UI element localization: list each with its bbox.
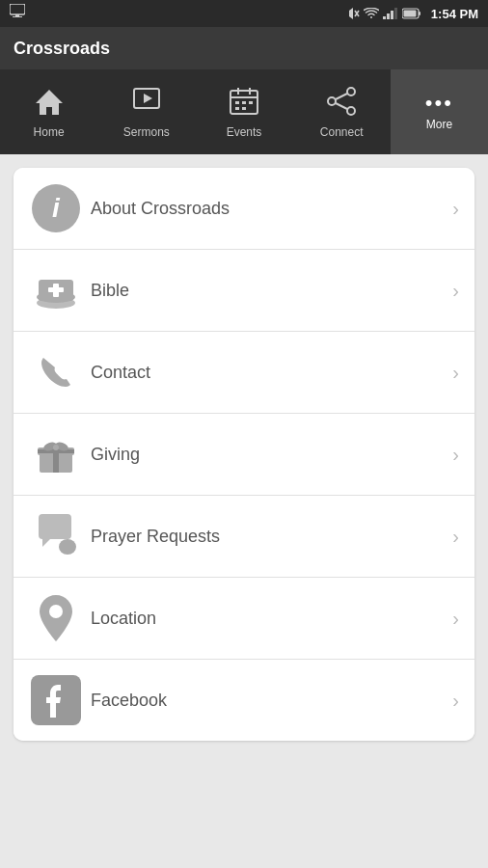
tab-home-label: Home: [34, 125, 65, 139]
bible-icon-wrap: [29, 263, 83, 317]
menu-item-prayer[interactable]: Prayer Requests ›: [14, 496, 474, 578]
gift-icon: [32, 430, 80, 478]
connect-icon: [326, 86, 357, 122]
menu-item-about[interactable]: i About Crossroads ›: [14, 168, 474, 250]
giving-chevron: ›: [452, 444, 459, 466]
menu-item-location[interactable]: Location ›: [14, 578, 474, 660]
svg-rect-9: [394, 8, 397, 19]
svg-line-28: [336, 94, 347, 99]
svg-rect-12: [419, 12, 420, 15]
svg-rect-2: [13, 16, 22, 17]
prayer-icon: [31, 512, 81, 560]
svg-rect-1: [15, 14, 19, 16]
menu-item-contact[interactable]: Contact ›: [14, 332, 474, 414]
tab-sermons-label: Sermons: [123, 125, 170, 139]
tab-events-label: Events: [227, 125, 262, 139]
menu-card: i About Crossroads › Bible ›: [14, 168, 474, 741]
svg-rect-20: [235, 101, 239, 104]
status-time: 1:54 PM: [431, 7, 478, 21]
location-chevron: ›: [452, 608, 459, 630]
svg-point-26: [347, 88, 355, 95]
about-icon-wrap: i: [29, 181, 83, 235]
facebook-icon: [41, 683, 70, 718]
svg-point-25: [328, 97, 336, 105]
menu-item-bible[interactable]: Bible ›: [14, 250, 474, 332]
svg-point-41: [53, 445, 59, 450]
svg-rect-23: [235, 107, 239, 110]
about-chevron: ›: [452, 198, 459, 220]
sermons-icon: [131, 86, 162, 122]
tab-events[interactable]: Events: [195, 69, 292, 154]
svg-rect-8: [391, 11, 393, 19]
svg-rect-0: [10, 4, 25, 14]
svg-rect-11: [403, 11, 416, 17]
info-icon: i: [32, 184, 80, 232]
facebook-icon-wrap: [29, 673, 83, 727]
tab-connect[interactable]: Connect: [293, 69, 391, 154]
svg-rect-24: [242, 107, 246, 110]
main-content: i About Crossroads › Bible ›: [0, 154, 488, 868]
svg-rect-21: [242, 101, 246, 104]
location-label: Location: [91, 609, 452, 629]
svg-point-27: [347, 107, 355, 115]
svg-line-29: [336, 103, 347, 109]
contact-label: Contact: [91, 363, 452, 383]
tab-more-label: More: [426, 118, 452, 131]
bible-label: Bible: [91, 281, 452, 301]
svg-rect-22: [249, 101, 253, 104]
location-icon: [34, 593, 78, 643]
tab-more[interactable]: ••• More: [391, 69, 488, 154]
home-icon: [34, 86, 65, 122]
contact-chevron: ›: [452, 362, 459, 384]
svg-rect-34: [48, 287, 64, 292]
giving-label: Giving: [91, 445, 452, 465]
svg-marker-13: [36, 90, 63, 115]
status-bar: 1:54 PM: [0, 0, 488, 27]
svg-point-43: [49, 605, 63, 618]
tab-connect-label: Connect: [320, 125, 364, 139]
facebook-chevron: ›: [452, 690, 459, 712]
app-title: Crossroads: [14, 39, 110, 59]
status-icons: 1:54 PM: [346, 7, 478, 21]
nav-tabs: Home Sermons Events: [0, 69, 488, 154]
screen-icon: [10, 4, 25, 21]
more-icon: •••: [425, 93, 453, 114]
facebook-icon-bg: [31, 675, 81, 725]
tab-home[interactable]: Home: [0, 69, 97, 154]
menu-item-giving[interactable]: Giving ›: [14, 414, 474, 496]
tab-sermons[interactable]: Sermons: [97, 69, 195, 154]
about-label: About Crossroads: [91, 199, 452, 219]
events-icon: [229, 86, 259, 122]
svg-rect-7: [387, 14, 390, 19]
bible-chevron: ›: [452, 280, 459, 302]
svg-marker-15: [144, 94, 152, 103]
location-icon-wrap: [29, 591, 83, 645]
bible-icon: [32, 266, 80, 314]
prayer-chevron: ›: [452, 526, 459, 548]
giving-icon-wrap: [29, 427, 83, 481]
prayer-label: Prayer Requests: [91, 527, 452, 547]
menu-item-facebook[interactable]: Facebook ›: [14, 660, 474, 741]
prayer-icon-wrap: [29, 509, 83, 563]
svg-marker-3: [349, 8, 353, 19]
phone-icon: [34, 350, 78, 394]
svg-point-42: [59, 539, 76, 555]
contact-icon-wrap: [29, 345, 83, 399]
facebook-label: Facebook: [91, 691, 452, 711]
title-bar: Crossroads: [0, 27, 488, 69]
svg-rect-6: [383, 16, 386, 19]
